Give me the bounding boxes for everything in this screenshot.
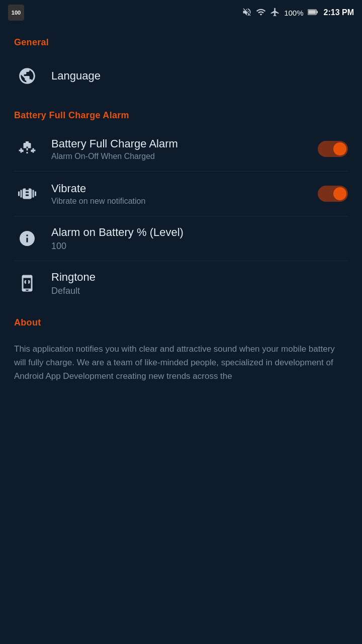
svg-rect-2	[316, 11, 318, 13]
wifi-icon	[256, 7, 266, 19]
time-display: 2:13 PM	[324, 8, 354, 17]
language-item[interactable]: Language	[0, 54, 362, 98]
about-description: This application notifies you with clear…	[0, 334, 362, 404]
alarm-level-value: 100	[51, 241, 348, 252]
ringtone-text: Ringtone Default	[51, 270, 348, 296]
vibrate-icon	[14, 181, 40, 207]
battery-alarm-section: Battery Full Charge Alarm Battery Full C…	[0, 98, 362, 305]
battery-full-charge-alarm-item[interactable]: Battery Full Charge Alarm Alarm On-Off W…	[0, 127, 362, 171]
status-icons: 100% 2:13 PM	[242, 7, 354, 19]
ringtone-icon	[14, 270, 40, 296]
vibrate-toggle[interactable]	[318, 186, 348, 202]
app-icon: 100	[8, 5, 24, 21]
alarm-level-text: Alarm on Battery % (Level) 100	[51, 225, 348, 252]
alarm-level-title: Alarm on Battery % (Level)	[51, 225, 348, 240]
globe-icon	[14, 63, 40, 89]
ringtone-title: Ringtone	[51, 270, 348, 285]
svg-rect-1	[308, 10, 316, 14]
general-section: General Language	[0, 25, 362, 98]
battery-alarm-subtitle: Alarm On-Off When Charged	[51, 152, 307, 161]
battery-alert-icon	[14, 136, 40, 162]
vibrate-text: Vibrate Vibrate on new notification	[51, 182, 307, 206]
about-section: About This application notifies you with…	[0, 305, 362, 404]
battery-icon	[308, 9, 318, 17]
ringtone-value: Default	[51, 286, 348, 296]
vibrate-item[interactable]: Vibrate Vibrate on new notification	[0, 172, 362, 216]
ringtone-item[interactable]: Ringtone Default	[0, 261, 362, 305]
about-section-header: About	[0, 305, 362, 334]
language-text: Language	[51, 69, 348, 84]
battery-percent: 100%	[284, 9, 303, 17]
info-icon	[14, 225, 40, 252]
alarm-level-item[interactable]: Alarm on Battery % (Level) 100	[0, 216, 362, 261]
vibrate-title: Vibrate	[51, 182, 307, 196]
status-bar: 100 100% 2:13 PM	[0, 0, 362, 25]
general-section-header: General	[0, 25, 362, 54]
battery-alarm-text: Battery Full Charge Alarm Alarm On-Off W…	[51, 137, 307, 162]
battery-alarm-toggle[interactable]	[318, 141, 348, 157]
mute-icon	[242, 7, 252, 19]
airplane-icon	[270, 7, 280, 19]
language-title: Language	[51, 69, 348, 84]
battery-alarm-section-header: Battery Full Charge Alarm	[0, 98, 362, 127]
vibrate-subtitle: Vibrate on new notification	[51, 197, 307, 206]
battery-alarm-title: Battery Full Charge Alarm	[51, 137, 307, 151]
